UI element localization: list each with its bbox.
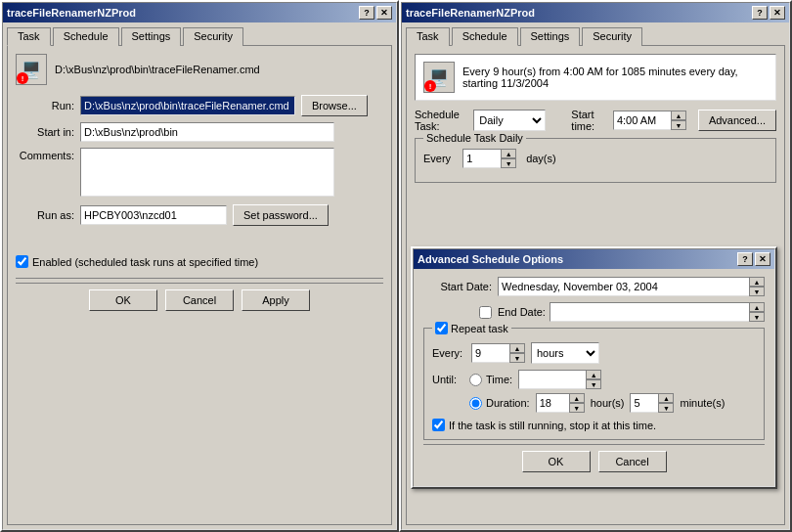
- duration-radio-label[interactable]: Duration:: [469, 397, 530, 410]
- time-radio[interactable]: [469, 374, 482, 386]
- repeat-checkbox[interactable]: [435, 322, 448, 334]
- title-bar-1: traceFileRenamerNZProd ? ✕: [3, 3, 396, 22]
- tab-settings-1[interactable]: Settings: [121, 27, 182, 46]
- title-bar-2: traceFileRenamerNZProd ? ✕: [402, 3, 789, 22]
- help-button-1[interactable]: ?: [359, 6, 374, 20]
- end-date-checkbox[interactable]: [479, 306, 492, 319]
- run-input[interactable]: [80, 96, 295, 115]
- every-input[interactable]: [462, 149, 502, 168]
- schedule-info-text: Every 9 hour(s) from 4:00 AM for 1085 mi…: [462, 66, 768, 89]
- end-date-spinner: ▲ ▼: [749, 302, 765, 322]
- tab-content-2: 🖥️ ! Every 9 hour(s) from 4:00 AM for 10…: [406, 45, 785, 525]
- stop-checkbox[interactable]: [432, 419, 445, 431]
- tab-schedule-2[interactable]: Schedule: [452, 27, 518, 46]
- repeat-every-spinner-btns: ▲ ▼: [509, 343, 525, 363]
- enabled-label[interactable]: Enabled (scheduled task runs at specifie…: [16, 255, 383, 268]
- duration-minutes-label: minute(s): [680, 397, 725, 409]
- run-row: Run: Browse...: [16, 95, 383, 116]
- help-button-2[interactable]: ?: [752, 6, 768, 20]
- comments-row: Comments:: [16, 148, 383, 197]
- advanced-button[interactable]: Advanced...: [698, 110, 776, 131]
- start-time-down[interactable]: ▼: [671, 120, 686, 130]
- every-row: Every ▲ ▼ day(s): [423, 149, 768, 168]
- close-button-2[interactable]: ✕: [770, 6, 785, 20]
- window1-title: traceFileRenamerNZProd: [7, 7, 136, 19]
- task-icon-2: 🖥️ !: [423, 62, 455, 93]
- close-button-1[interactable]: ✕: [376, 6, 392, 20]
- enabled-checkbox[interactable]: [16, 255, 28, 268]
- set-password-button[interactable]: Set password...: [233, 204, 329, 226]
- start-date-up[interactable]: ▲: [749, 277, 765, 287]
- end-date-input[interactable]: [550, 302, 750, 322]
- advanced-content: Start Date: ▲ ▼: [414, 269, 774, 486]
- schedule-daily-group: Schedule Task Daily Every ▲ ▼ day(s): [415, 138, 776, 183]
- every-down[interactable]: ▼: [501, 158, 516, 168]
- bottom-buttons-1: OK Cancel Apply: [16, 283, 383, 317]
- run-as-input[interactable]: [80, 205, 227, 225]
- tab-bar-1: Task Schedule Settings Security: [3, 22, 396, 45]
- schedule-task-select[interactable]: Daily: [473, 110, 546, 131]
- advanced-close-button[interactable]: ✕: [755, 252, 770, 266]
- start-date-label: Start Date:: [423, 281, 492, 292]
- ok-button-1[interactable]: OK: [89, 289, 157, 311]
- until-row: Until: Time: ▲ ▼: [432, 370, 756, 413]
- until-label-row: Until: Time: ▲ ▼: [432, 370, 601, 389]
- day-label: day(s): [526, 153, 556, 164]
- hours-select[interactable]: hours minutes: [531, 342, 599, 364]
- apply-button-1[interactable]: Apply: [242, 289, 310, 311]
- start-in-label: Start in:: [16, 126, 74, 138]
- repeat-every-input[interactable]: [471, 343, 510, 363]
- time-up[interactable]: ▲: [586, 370, 601, 379]
- schedule-task-row: Schedule Task: Daily Start time: ▲ ▼ Adv…: [415, 109, 776, 132]
- comments-input[interactable]: [80, 148, 334, 197]
- start-in-input[interactable]: [80, 122, 334, 142]
- every-spinner: ▲ ▼: [462, 149, 516, 168]
- tab-task-1[interactable]: Task: [7, 27, 51, 46]
- advanced-help-button[interactable]: ?: [737, 252, 753, 266]
- browse-button[interactable]: Browse...: [301, 95, 368, 116]
- time-radio-text: Time:: [486, 374, 512, 385]
- duration-radio[interactable]: [469, 397, 482, 410]
- duration-minutes-down[interactable]: ▼: [658, 403, 674, 413]
- advanced-ok-button[interactable]: OK: [522, 451, 591, 472]
- time-input[interactable]: [518, 370, 587, 389]
- time-down[interactable]: ▼: [586, 379, 601, 389]
- start-date-down[interactable]: ▼: [749, 287, 765, 296]
- end-date-down[interactable]: ▼: [749, 312, 765, 322]
- duration-minutes-btns: ▲ ▼: [658, 393, 674, 413]
- tab-schedule-1[interactable]: Schedule: [53, 27, 119, 46]
- advanced-cancel-button[interactable]: Cancel: [598, 451, 667, 472]
- every-up[interactable]: ▲: [501, 149, 516, 158]
- start-time-up[interactable]: ▲: [671, 111, 686, 120]
- start-date-input[interactable]: [498, 277, 750, 296]
- duration-hours-spinner: ▲ ▼: [536, 393, 585, 413]
- duration-minutes-input[interactable]: [630, 393, 659, 413]
- duration-hours-input[interactable]: [536, 393, 570, 413]
- time-radio-label[interactable]: Time:: [469, 374, 512, 386]
- cancel-button-1[interactable]: Cancel: [165, 289, 234, 311]
- repeat-every-spinner: ▲ ▼: [471, 343, 525, 363]
- task-path-display: D:\xBus\nz\prod\bin\traceFileRenamer.cmd: [55, 64, 260, 75]
- advanced-dialog: Advanced Schedule Options ? ✕ Start Date…: [411, 246, 777, 489]
- end-date-up[interactable]: ▲: [749, 302, 765, 312]
- repeat-every-down[interactable]: ▼: [509, 353, 525, 363]
- duration-hours-up[interactable]: ▲: [569, 393, 585, 403]
- repeat-group-title: Repeat task: [432, 322, 511, 334]
- start-time-input[interactable]: [613, 111, 672, 130]
- tab-task-2[interactable]: Task: [406, 27, 450, 46]
- duration-minutes-spinner: ▲ ▼: [630, 393, 674, 413]
- tab-settings-2[interactable]: Settings: [520, 27, 581, 46]
- duration-minutes-up[interactable]: ▲: [658, 393, 674, 403]
- tab-security-1[interactable]: Security: [183, 27, 243, 46]
- repeat-every-up[interactable]: ▲: [509, 343, 525, 353]
- tab-security-2[interactable]: Security: [582, 27, 642, 46]
- duration-hours-down[interactable]: ▼: [569, 403, 585, 413]
- repeat-group: Repeat task Every: ▲ ▼: [423, 328, 765, 440]
- start-date-spinner: ▲ ▼: [749, 277, 765, 296]
- end-date-checkbox-wrap: [423, 306, 492, 319]
- start-time-label: Start time:: [571, 109, 607, 132]
- stop-row: If the task is still running, stop it at…: [432, 419, 756, 431]
- every-label: Every: [423, 153, 451, 164]
- duration-label: Duration:: [486, 397, 530, 409]
- start-date-row: Start Date: ▲ ▼: [423, 277, 765, 296]
